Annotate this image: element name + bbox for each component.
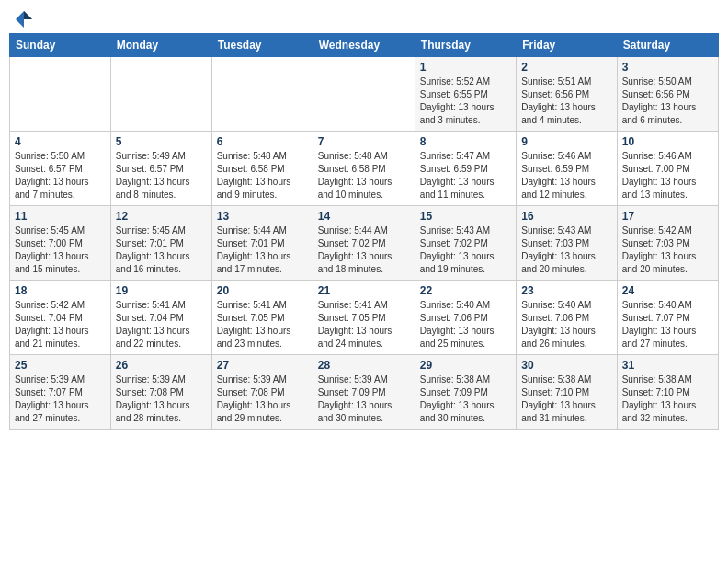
weekday-thursday: Thursday xyxy=(415,34,516,57)
day-info: Sunrise: 5:39 AMSunset: 7:08 PMDaylight:… xyxy=(217,373,308,425)
calendar-cell: 20Sunrise: 5:41 AMSunset: 7:05 PMDayligh… xyxy=(211,281,313,355)
calendar-cell: 11Sunrise: 5:45 AMSunset: 7:00 PMDayligh… xyxy=(10,206,111,281)
calendar-cell: 14Sunrise: 5:44 AMSunset: 7:02 PMDayligh… xyxy=(313,206,415,281)
day-number: 2 xyxy=(521,61,611,74)
day-info: Sunrise: 5:42 AMSunset: 7:04 PMDaylight:… xyxy=(15,299,106,350)
day-number: 10 xyxy=(622,135,713,148)
day-info: Sunrise: 5:48 AMSunset: 6:58 PMDaylight:… xyxy=(318,150,410,201)
day-info: Sunrise: 5:40 AMSunset: 7:07 PMDaylight:… xyxy=(622,299,713,350)
calendar-cell: 19Sunrise: 5:41 AMSunset: 7:04 PMDayligh… xyxy=(110,281,211,355)
day-number: 15 xyxy=(420,210,511,223)
day-number: 16 xyxy=(521,210,611,223)
day-number: 6 xyxy=(217,135,308,148)
day-info: Sunrise: 5:39 AMSunset: 7:07 PMDaylight:… xyxy=(15,373,106,425)
day-info: Sunrise: 5:41 AMSunset: 7:05 PMDaylight:… xyxy=(318,299,410,350)
day-info: Sunrise: 5:48 AMSunset: 6:58 PMDaylight:… xyxy=(217,150,308,201)
day-info: Sunrise: 5:40 AMSunset: 7:06 PMDaylight:… xyxy=(420,299,511,350)
day-info: Sunrise: 5:44 AMSunset: 7:01 PMDaylight:… xyxy=(217,224,308,276)
calendar-cell: 27Sunrise: 5:39 AMSunset: 7:08 PMDayligh… xyxy=(211,355,313,430)
weekday-friday: Friday xyxy=(517,34,617,57)
calendar-cell: 26Sunrise: 5:39 AMSunset: 7:08 PMDayligh… xyxy=(110,355,211,430)
day-info: Sunrise: 5:44 AMSunset: 7:02 PMDaylight:… xyxy=(318,224,410,276)
day-info: Sunrise: 5:51 AMSunset: 6:56 PMDaylight:… xyxy=(521,75,611,127)
calendar-cell: 8Sunrise: 5:47 AMSunset: 6:59 PMDaylight… xyxy=(415,132,516,206)
day-number: 20 xyxy=(217,284,308,297)
day-number: 31 xyxy=(622,359,713,372)
calendar-cell: 5Sunrise: 5:49 AMSunset: 6:57 PMDaylight… xyxy=(110,132,211,206)
day-info: Sunrise: 5:43 AMSunset: 7:03 PMDaylight:… xyxy=(521,224,611,276)
day-number: 7 xyxy=(318,135,410,148)
calendar-cell: 28Sunrise: 5:39 AMSunset: 7:09 PMDayligh… xyxy=(313,355,415,430)
day-info: Sunrise: 5:42 AMSunset: 7:03 PMDaylight:… xyxy=(622,224,713,276)
day-info: Sunrise: 5:50 AMSunset: 6:57 PMDaylight:… xyxy=(15,150,106,201)
logo xyxy=(13,9,35,26)
week-row-2: 4Sunrise: 5:50 AMSunset: 6:57 PMDaylight… xyxy=(10,132,719,206)
day-number: 26 xyxy=(116,359,207,372)
day-info: Sunrise: 5:38 AMSunset: 7:09 PMDaylight:… xyxy=(420,373,511,425)
calendar-cell: 12Sunrise: 5:45 AMSunset: 7:01 PMDayligh… xyxy=(110,206,211,281)
calendar-cell: 31Sunrise: 5:38 AMSunset: 7:10 PMDayligh… xyxy=(617,355,718,430)
day-number: 25 xyxy=(15,359,106,372)
day-number: 1 xyxy=(420,61,511,74)
week-row-4: 18Sunrise: 5:42 AMSunset: 7:04 PMDayligh… xyxy=(10,281,719,355)
day-number: 21 xyxy=(318,284,410,297)
calendar-cell: 1Sunrise: 5:52 AMSunset: 6:55 PMDaylight… xyxy=(415,57,516,132)
weekday-monday: Monday xyxy=(110,34,211,57)
day-number: 8 xyxy=(420,135,511,148)
day-number: 23 xyxy=(521,284,611,297)
weekday-saturday: Saturday xyxy=(617,34,718,57)
weekday-tuesday: Tuesday xyxy=(211,34,313,57)
calendar-cell: 2Sunrise: 5:51 AMSunset: 6:56 PMDaylight… xyxy=(517,57,617,132)
calendar-cell: 29Sunrise: 5:38 AMSunset: 7:09 PMDayligh… xyxy=(415,355,516,430)
calendar-cell: 30Sunrise: 5:38 AMSunset: 7:10 PMDayligh… xyxy=(517,355,617,430)
calendar-cell: 22Sunrise: 5:40 AMSunset: 7:06 PMDayligh… xyxy=(415,281,516,355)
day-number: 19 xyxy=(116,284,207,297)
day-info: Sunrise: 5:52 AMSunset: 6:55 PMDaylight:… xyxy=(420,75,511,127)
svg-marker-1 xyxy=(24,11,32,19)
calendar-cell xyxy=(211,57,313,132)
day-number: 14 xyxy=(318,210,410,223)
day-number: 28 xyxy=(318,359,410,372)
day-number: 30 xyxy=(521,359,611,372)
calendar-cell: 6Sunrise: 5:48 AMSunset: 6:58 PMDaylight… xyxy=(211,132,313,206)
calendar-cell xyxy=(313,57,415,132)
day-info: Sunrise: 5:45 AMSunset: 7:01 PMDaylight:… xyxy=(116,224,207,276)
weekday-wednesday: Wednesday xyxy=(313,34,415,57)
day-number: 9 xyxy=(521,135,611,148)
calendar-cell: 21Sunrise: 5:41 AMSunset: 7:05 PMDayligh… xyxy=(313,281,415,355)
day-info: Sunrise: 5:43 AMSunset: 7:02 PMDaylight:… xyxy=(420,224,511,276)
calendar-cell: 7Sunrise: 5:48 AMSunset: 6:58 PMDaylight… xyxy=(313,132,415,206)
day-info: Sunrise: 5:40 AMSunset: 7:06 PMDaylight:… xyxy=(521,299,611,350)
calendar-cell: 10Sunrise: 5:46 AMSunset: 7:00 PMDayligh… xyxy=(617,132,718,206)
day-info: Sunrise: 5:41 AMSunset: 7:04 PMDaylight:… xyxy=(116,299,207,350)
day-number: 27 xyxy=(217,359,308,372)
day-info: Sunrise: 5:46 AMSunset: 6:59 PMDaylight:… xyxy=(521,150,611,201)
day-number: 24 xyxy=(622,284,713,297)
day-info: Sunrise: 5:38 AMSunset: 7:10 PMDaylight:… xyxy=(521,373,611,425)
calendar-cell xyxy=(10,57,111,132)
calendar-cell: 24Sunrise: 5:40 AMSunset: 7:07 PMDayligh… xyxy=(617,281,718,355)
day-number: 13 xyxy=(217,210,308,223)
day-number: 4 xyxy=(15,135,106,148)
week-row-5: 25Sunrise: 5:39 AMSunset: 7:07 PMDayligh… xyxy=(10,355,719,430)
calendar-cell: 17Sunrise: 5:42 AMSunset: 7:03 PMDayligh… xyxy=(617,206,718,281)
day-number: 22 xyxy=(420,284,511,297)
calendar-cell: 18Sunrise: 5:42 AMSunset: 7:04 PMDayligh… xyxy=(10,281,111,355)
weekday-sunday: Sunday xyxy=(10,34,111,57)
calendar-cell: 13Sunrise: 5:44 AMSunset: 7:01 PMDayligh… xyxy=(211,206,313,281)
calendar-cell: 23Sunrise: 5:40 AMSunset: 7:06 PMDayligh… xyxy=(517,281,617,355)
calendar-cell: 9Sunrise: 5:46 AMSunset: 6:59 PMDaylight… xyxy=(517,132,617,206)
logo-icon xyxy=(14,9,34,29)
day-number: 17 xyxy=(622,210,713,223)
day-info: Sunrise: 5:45 AMSunset: 7:00 PMDaylight:… xyxy=(15,224,106,276)
page-header xyxy=(9,9,719,26)
day-number: 11 xyxy=(15,210,106,223)
calendar-table: SundayMondayTuesdayWednesdayThursdayFrid… xyxy=(9,33,719,430)
day-number: 29 xyxy=(420,359,511,372)
day-number: 3 xyxy=(622,61,713,74)
calendar-cell: 25Sunrise: 5:39 AMSunset: 7:07 PMDayligh… xyxy=(10,355,111,430)
weekday-header-row: SundayMondayTuesdayWednesdayThursdayFrid… xyxy=(10,34,719,57)
calendar-cell: 3Sunrise: 5:50 AMSunset: 6:56 PMDaylight… xyxy=(617,57,718,132)
day-info: Sunrise: 5:39 AMSunset: 7:08 PMDaylight:… xyxy=(116,373,207,425)
day-number: 18 xyxy=(15,284,106,297)
